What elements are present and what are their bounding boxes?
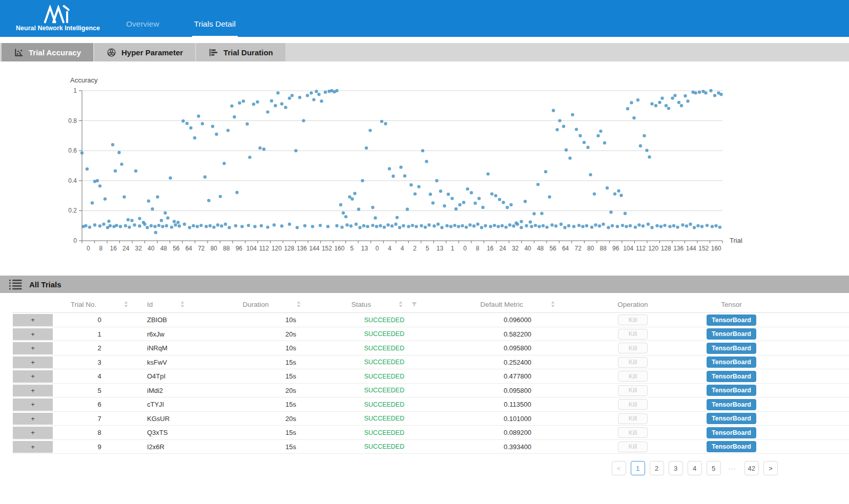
- scatter-point: [247, 224, 250, 227]
- scatter-point: [665, 104, 668, 107]
- row-expander-button[interactable]: +: [13, 370, 53, 383]
- scatter-point: [704, 91, 707, 94]
- view-tab-hyper-parameter[interactable]: Hyper Parameter: [94, 43, 195, 61]
- tensorboard-button[interactable]: TensorBoard: [707, 399, 756, 410]
- tensorboard-button[interactable]: TensorBoard: [707, 427, 756, 438]
- svg-text:1: 1: [451, 245, 454, 252]
- scatter-point: [315, 90, 318, 93]
- row-expander-button[interactable]: +: [13, 441, 53, 453]
- scatter-point: [498, 198, 501, 201]
- kill-button[interactable]: Kill: [618, 357, 648, 368]
- tensorboard-button[interactable]: TensorBoard: [707, 441, 756, 452]
- cell-status: SUCCEEDED: [328, 330, 441, 338]
- tensorboard-button[interactable]: TensorBoard: [707, 314, 756, 326]
- pagination-page-2[interactable]: 2: [650, 461, 664, 475]
- cell-id: iNRqM: [146, 344, 215, 352]
- cell-status: SUCCEEDED: [328, 373, 441, 380]
- scatter-point: [207, 199, 210, 202]
- svg-text:0: 0: [376, 245, 379, 252]
- kill-button[interactable]: Kill: [618, 427, 648, 438]
- svg-text:4: 4: [388, 245, 391, 252]
- tensorboard-button[interactable]: TensorBoard: [707, 385, 756, 396]
- row-expander-button[interactable]: +: [13, 342, 53, 354]
- tensorboard-button[interactable]: TensorBoard: [707, 328, 756, 340]
- sort-icon: [124, 301, 128, 307]
- kill-button[interactable]: Kill: [618, 329, 648, 340]
- svg-text:1: 1: [73, 87, 77, 94]
- pagination-prev-button[interactable]: <: [612, 461, 626, 475]
- scatter-point: [153, 225, 156, 228]
- scatter-point: [534, 224, 537, 227]
- tensorboard-button[interactable]: TensorBoard: [707, 371, 756, 382]
- scatter-point: [284, 106, 287, 109]
- pagination-page-5[interactable]: 5: [707, 461, 721, 475]
- pagination-page-42[interactable]: 42: [744, 461, 759, 475]
- row-expander-button[interactable]: +: [13, 328, 53, 341]
- kill-button[interactable]: Kill: [618, 413, 648, 424]
- cell-duration: 20s: [215, 415, 328, 423]
- cell-status: SUCCEEDED: [328, 429, 441, 436]
- scatter-point: [199, 224, 202, 227]
- all-trials-header: All Trials: [0, 276, 849, 293]
- scatter-point: [176, 221, 179, 224]
- scatter-point: [196, 225, 199, 228]
- row-expander-button[interactable]: +: [13, 314, 53, 326]
- col-header-tensor: Tensor: [671, 301, 792, 308]
- scatter-point: [529, 220, 532, 223]
- tensorboard-button[interactable]: TensorBoard: [707, 413, 756, 424]
- svg-text:2: 2: [413, 245, 417, 252]
- nav-tab-trials-detail[interactable]: Trials Detail: [192, 19, 238, 37]
- svg-text:Trial: Trial: [730, 237, 742, 244]
- cell-trial-no: 3: [53, 359, 146, 366]
- scatter-point: [470, 191, 473, 194]
- col-header-duration[interactable]: Duration: [215, 301, 328, 308]
- col-header-trial-no[interactable]: Trial No.: [53, 301, 146, 308]
- pagination-next-button[interactable]: >: [763, 461, 778, 475]
- col-header-operation: Operation: [594, 301, 671, 308]
- scatter-point: [427, 223, 430, 226]
- table-row: +4O4TpI15sSUCCEEDED0.477800KillTensorBoa…: [13, 369, 849, 384]
- svg-text:5: 5: [350, 245, 354, 252]
- pagination-page-1[interactable]: 1: [631, 461, 645, 475]
- scatter-point: [173, 220, 176, 223]
- kill-button[interactable]: Kill: [618, 371, 648, 382]
- row-expander-button[interactable]: +: [13, 356, 53, 369]
- view-tab-trial-accuracy[interactable]: Trial Accuracy: [2, 43, 93, 61]
- scatter-point: [280, 224, 283, 227]
- row-expander-button[interactable]: +: [13, 385, 53, 397]
- col-header-status[interactable]: Status: [328, 301, 441, 308]
- svg-text:96: 96: [612, 245, 619, 252]
- row-expander-button[interactable]: +: [13, 413, 53, 425]
- scatter-point: [440, 226, 443, 229]
- pagination-page-4[interactable]: 4: [688, 461, 702, 475]
- svg-text:96: 96: [236, 245, 243, 252]
- col-header-id[interactable]: Id: [146, 301, 215, 308]
- nav-tab-overview[interactable]: Overview: [124, 19, 161, 37]
- pagination-page-3[interactable]: 3: [669, 461, 683, 475]
- col-header-default-metric[interactable]: Default Metric: [441, 301, 594, 308]
- row-expander-button[interactable]: +: [13, 427, 53, 439]
- kill-button[interactable]: Kill: [618, 385, 648, 396]
- scatter-point: [668, 225, 671, 228]
- tensorboard-button[interactable]: TensorBoard: [707, 343, 756, 354]
- kill-button[interactable]: Kill: [618, 442, 648, 452]
- tensorboard-button[interactable]: TensorBoard: [707, 356, 756, 368]
- scatter-point: [350, 197, 354, 200]
- cell-trial-no: 8: [53, 429, 146, 436]
- scatter-point: [563, 226, 566, 229]
- scatter-point: [170, 225, 173, 228]
- cell-id: iMdi2: [146, 387, 215, 394]
- kill-button[interactable]: Kill: [618, 399, 648, 410]
- scatter-point: [306, 94, 309, 97]
- scatter-point: [133, 223, 136, 226]
- pagination-ellipsis: ···: [726, 461, 740, 475]
- view-tab-trial-duration[interactable]: Trial Duration: [196, 43, 285, 61]
- scatter-point: [562, 125, 565, 128]
- scatter-point: [365, 146, 368, 150]
- kill-button[interactable]: Kill: [618, 314, 648, 325]
- scatter-point: [147, 199, 150, 202]
- svg-text:4: 4: [401, 245, 404, 252]
- row-expander-button[interactable]: +: [13, 398, 53, 411]
- scatter-point: [506, 206, 509, 209]
- kill-button[interactable]: Kill: [618, 343, 648, 353]
